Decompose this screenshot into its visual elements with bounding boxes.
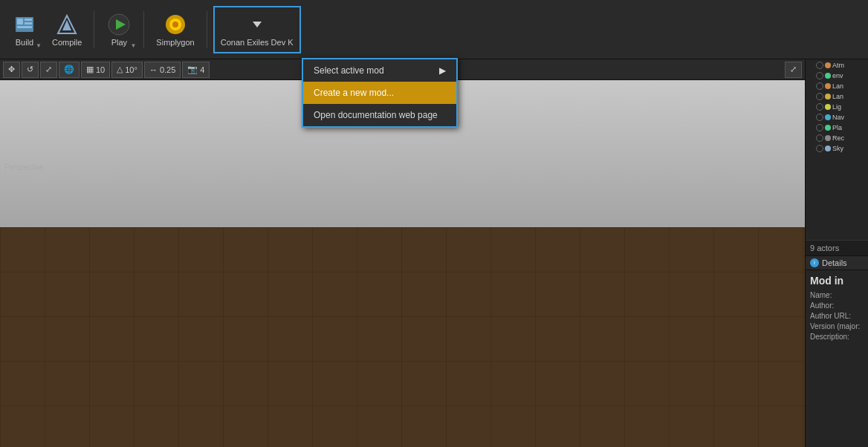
simplygon-button[interactable]: Simplygon <box>150 6 200 53</box>
list-item[interactable]: Lan <box>806 91 868 102</box>
outliner-items-list: ▼ Atmos Atm env Lan Lan Lig <box>806 49 868 240</box>
list-item[interactable]: Sky <box>806 143 868 154</box>
actors-count: 9 actors <box>806 240 868 256</box>
scale-snap-icon: ↔ <box>149 65 158 74</box>
svg-rect-4 <box>17 26 32 28</box>
mod-name-label: Name: <box>810 291 832 299</box>
svg-rect-1 <box>17 19 23 25</box>
create-new-mod-item[interactable]: Create a new mod... <box>303 82 456 104</box>
eye-icon <box>816 72 823 79</box>
play-arrow: ▼ <box>130 42 136 49</box>
grid-snap-button[interactable]: ▦ 10 <box>81 62 110 78</box>
item-name: Rec <box>832 134 844 142</box>
angle-value: 10° <box>125 65 137 74</box>
item-name: Nav <box>832 114 844 121</box>
mod-description-row: Description: <box>810 333 864 341</box>
world-button[interactable]: 🌐 <box>59 62 80 78</box>
details-label: Details <box>822 258 847 267</box>
actors-count-label: 9 actors <box>810 244 839 252</box>
details-icon: i <box>810 258 819 267</box>
angle-icon: △ <box>117 65 123 74</box>
list-item[interactable]: Nav <box>806 112 868 123</box>
eye-icon <box>816 103 823 111</box>
item-dot <box>825 62 831 68</box>
list-item[interactable]: env <box>806 71 868 81</box>
separator-3 <box>207 11 207 48</box>
list-item[interactable]: Lig <box>806 102 868 112</box>
item-dot <box>825 104 831 110</box>
details-tab[interactable]: i Details <box>806 256 868 270</box>
compile-label: Compile <box>52 38 82 47</box>
mod-version-row: Version (major: <box>810 322 864 330</box>
dropdown-menu: Select active mod ▶ Create a new mod... … <box>302 58 458 128</box>
item-name: Lan <box>832 93 843 100</box>
maximize-icon: ⤢ <box>790 65 797 74</box>
separator-1 <box>94 11 94 48</box>
svg-point-11 <box>172 22 178 27</box>
play-button[interactable]: Play ▼ <box>100 6 137 53</box>
scale-icon: ⤢ <box>45 65 52 74</box>
viewport[interactable]: Perspective <box>0 80 805 447</box>
item-name: Atm <box>832 62 844 69</box>
item-dot <box>825 125 831 131</box>
simplygon-label: Simplygon <box>156 38 194 47</box>
submenu-arrow: ▶ <box>439 65 446 76</box>
svg-rect-2 <box>25 19 32 21</box>
list-item[interactable]: Rec <box>806 133 868 143</box>
rotate-icon: ↺ <box>27 65 33 74</box>
world-outliner-panel: ☰ World Outlin Label ▼ Atmos Atm env Lan <box>805 0 868 447</box>
build-icon <box>13 13 36 36</box>
mod-author-url-row: Author URL: <box>810 312 864 320</box>
select-active-mod-label: Select active mod <box>314 65 384 76</box>
mod-description-label: Description: <box>810 333 849 341</box>
list-item[interactable]: Lan <box>806 81 868 91</box>
world-icon: 🌐 <box>64 65 74 74</box>
play-icon <box>107 13 131 36</box>
create-new-mod-label: Create a new mod... <box>314 88 394 98</box>
camera-icon: 📷 <box>187 65 198 74</box>
item-name: Lig <box>832 103 841 111</box>
conan-button[interactable]: Conan Exiles Dev K <box>213 6 301 53</box>
eye-icon <box>816 62 823 69</box>
mod-info-section: Mod in Name: Author: Author URL: Version… <box>806 270 868 348</box>
build-label: Build <box>16 38 33 47</box>
translate-icon: ✥ <box>8 65 15 74</box>
separator-2 <box>143 11 144 48</box>
item-name: env <box>832 72 843 79</box>
angle-snap-button[interactable]: △ 10° <box>111 62 143 78</box>
build-button[interactable]: Build ▼ <box>6 6 43 53</box>
open-docs-label: Open documentation web page <box>314 110 438 120</box>
mod-author-label: Author: <box>810 301 834 310</box>
list-item[interactable]: Atm <box>806 60 868 71</box>
svg-rect-3 <box>25 22 32 25</box>
camera-speed-button[interactable]: 📷 4 <box>182 62 210 78</box>
eye-icon <box>816 124 823 131</box>
main-toolbar: Build ▼ Compile Play ▼ <box>0 0 868 59</box>
rotate-button[interactable]: ↺ <box>22 62 39 78</box>
grid-value: 10 <box>96 65 105 74</box>
item-dot <box>825 135 831 141</box>
list-item[interactable]: Pla <box>806 123 868 133</box>
translate-button[interactable]: ✥ <box>3 62 20 78</box>
item-dot <box>825 73 831 79</box>
mod-version-label: Version (major: <box>810 322 860 330</box>
compile-button[interactable]: Compile <box>46 6 88 53</box>
mod-author-row: Author: <box>810 301 864 310</box>
conan-label: Conan Exiles Dev K <box>221 38 294 47</box>
eye-icon <box>816 145 823 152</box>
perspective-label: Perspective <box>4 163 43 172</box>
open-docs-item[interactable]: Open documentation web page <box>303 104 456 126</box>
eye-icon <box>816 82 823 90</box>
build-arrow: ▼ <box>36 42 42 49</box>
conan-icon <box>245 13 269 36</box>
scale-button[interactable]: ⤢ <box>40 62 57 78</box>
viewport-ground <box>0 227 805 447</box>
select-active-mod-item[interactable]: Select active mod ▶ <box>303 59 456 82</box>
svg-marker-12 <box>253 22 262 27</box>
camera-value: 4 <box>200 65 204 74</box>
item-dot <box>825 83 831 89</box>
scale-snap-button[interactable]: ↔ 0.25 <box>144 62 181 78</box>
details-panel: i Details Mod in Name: Author: Author UR… <box>806 256 868 447</box>
maximize-button[interactable]: ⤢ <box>785 62 802 78</box>
eye-icon <box>816 93 823 100</box>
